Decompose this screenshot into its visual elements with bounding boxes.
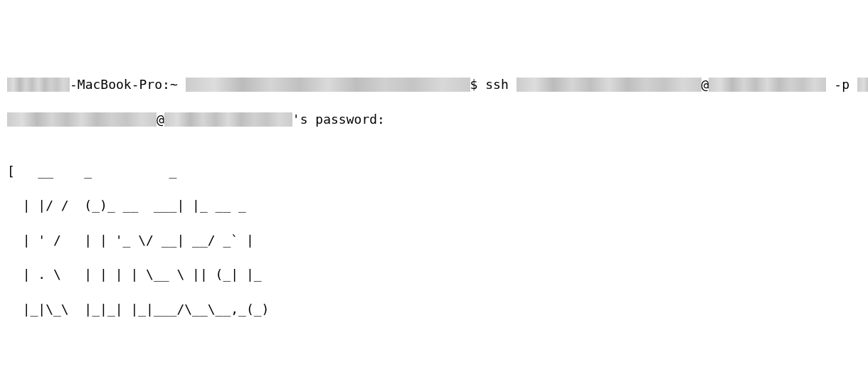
- at-sign-2: @: [157, 112, 164, 127]
- ascii-art-banner: [ __ _ _ | |/ / (_)_ __ ___| |_ __ _ | '…: [7, 145, 861, 335]
- password-prompt-line: @'s password:: [7, 111, 861, 128]
- prompt-char: $: [470, 77, 486, 92]
- redacted-pw-user: [7, 112, 157, 127]
- hostname-suffix: -MacBook-Pro:~: [70, 77, 186, 92]
- redacted-local-user-prefix: [7, 78, 70, 92]
- redacted-pw-host: [164, 112, 292, 127]
- port-flag: -p: [826, 77, 857, 92]
- at-sign: @: [702, 77, 709, 92]
- ascii-line-1: [ __ _ _: [7, 163, 861, 180]
- ssh-command: ssh: [485, 77, 516, 92]
- ascii-line-4: | . \ | | | | \__ \ || (_| |_: [7, 266, 861, 283]
- redacted-ssh-host: [709, 78, 826, 92]
- ascii-line-2: | |/ / (_)_ __ ___| |_ __ _: [7, 197, 861, 214]
- password-label: 's password:: [292, 112, 385, 127]
- ascii-line-5: |_|\_\ |_|_| |_|___/\__\__,_(_): [7, 301, 861, 318]
- redacted-local-username: [186, 78, 470, 92]
- redacted-ssh-user: [517, 78, 702, 92]
- redacted-ssh-port: [857, 78, 868, 92]
- local-prompt-line: -MacBook-Pro:~ $ ssh @ -p: [7, 76, 861, 93]
- ascii-line-3: | ' / | | '_ \/ __| __/ _` |: [7, 232, 861, 249]
- blank-line-1: [7, 353, 861, 370]
